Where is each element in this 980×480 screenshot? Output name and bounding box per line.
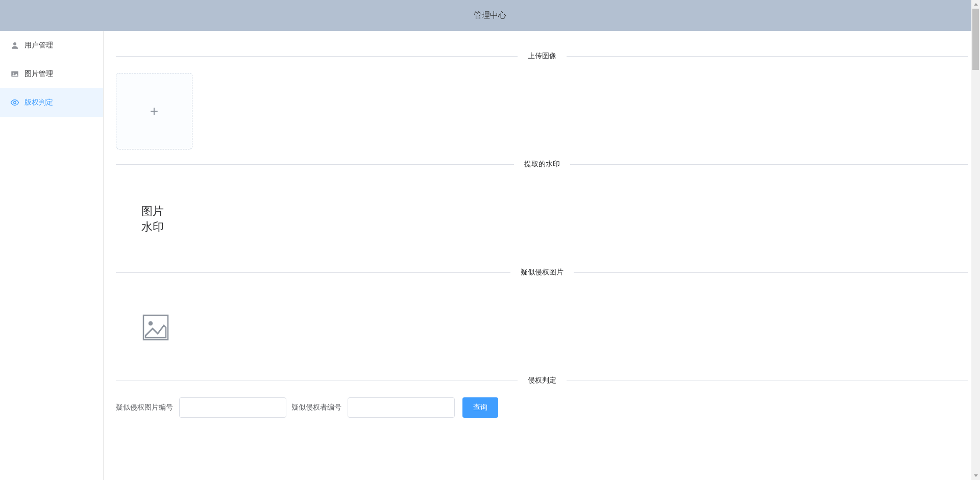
scrollbar-up-arrow[interactable] (971, 0, 980, 9)
sidebar: 用户管理 图片管理 (0, 31, 104, 480)
upload-section: + (116, 73, 968, 149)
image-icon (10, 69, 19, 79)
main-content: 上传图像 + 提取的水印 图片 水印 疑似侵权图片 (104, 31, 980, 480)
suspected-user-id-label: 疑似侵权者编号 (291, 403, 341, 412)
query-button[interactable]: 查询 (462, 397, 498, 418)
sidebar-item-copyright-judgment[interactable]: 版权判定 (0, 88, 103, 117)
judgment-form: 疑似侵权图片编号 疑似侵权者编号 查询 (116, 397, 968, 418)
upload-image-button[interactable]: + (116, 73, 192, 149)
svg-point-0 (13, 42, 16, 45)
suspected-section (116, 289, 968, 366)
suspected-user-id-input[interactable] (348, 397, 455, 418)
svg-point-5 (149, 322, 152, 325)
scrollbar-down-arrow[interactable] (971, 471, 980, 480)
svg-point-2 (13, 72, 14, 73)
scrollbar[interactable] (971, 0, 980, 480)
sidebar-item-label: 版权判定 (24, 98, 53, 107)
watermark-section: 图片 水印 (116, 181, 968, 258)
plus-icon: + (150, 103, 158, 119)
sidebar-item-image-management[interactable]: 图片管理 (0, 60, 103, 88)
svg-point-3 (14, 102, 16, 104)
section-title-upload: 上传图像 (518, 52, 567, 61)
suspected-image-id-label: 疑似侵权图片编号 (116, 403, 173, 412)
header: 管理中心 (0, 0, 980, 31)
page-title: 管理中心 (474, 10, 506, 21)
scrollbar-thumb[interactable] (972, 9, 979, 70)
user-icon (10, 41, 19, 50)
section-divider-suspected: 疑似侵权图片 (116, 268, 968, 277)
section-divider-watermark: 提取的水印 (116, 160, 968, 169)
section-divider-judgment: 侵权判定 (116, 376, 968, 385)
sidebar-item-label: 图片管理 (24, 69, 53, 79)
eye-icon (10, 98, 19, 107)
sidebar-item-label: 用户管理 (24, 41, 53, 50)
suspected-image-id-input[interactable] (179, 397, 286, 418)
watermark-result: 图片 水印 (141, 204, 164, 235)
svg-rect-4 (143, 315, 168, 340)
sidebar-item-user-management[interactable]: 用户管理 (0, 31, 103, 60)
watermark-line2: 水印 (141, 219, 164, 235)
section-divider-upload: 上传图像 (116, 52, 968, 61)
section-title-watermark: 提取的水印 (514, 160, 570, 169)
section-title-suspected: 疑似侵权图片 (510, 268, 574, 277)
suspected-image-placeholder (141, 313, 170, 342)
watermark-line1: 图片 (141, 204, 164, 219)
section-title-judgment: 侵权判定 (518, 376, 567, 385)
